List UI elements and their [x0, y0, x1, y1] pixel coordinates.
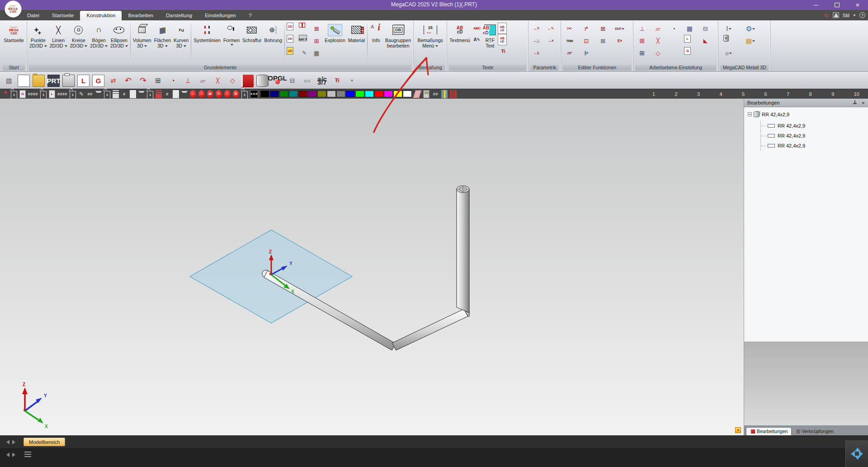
ellipsen-button[interactable]: Ellipsen 2D/3D: [109, 22, 129, 64]
model-canvas[interactable]: Z Y X Z Y X: [0, 99, 744, 435]
pen-icon[interactable]: ✎: [78, 90, 85, 98]
l-page-status-icon[interactable]: L: [49, 90, 55, 98]
tree-item[interactable]: RR 42,4x2,9: [760, 141, 868, 151]
open-folder-icon[interactable]: [33, 75, 45, 87]
color-swatch[interactable]: [355, 91, 364, 97]
lock-icon[interactable]: 1: [70, 91, 76, 99]
delete-double-icon[interactable]: ⊠: [598, 35, 609, 47]
volumen-button[interactable]: Volumen 3D: [132, 22, 153, 64]
lock-icon[interactable]: 1: [40, 91, 47, 99]
baugruppen-bearbeiten-button[interactable]: Baugruppen bearbeiten: [384, 22, 412, 64]
kurven-button[interactable]: Kurven 3D: [172, 22, 190, 64]
undo-icon[interactable]: ↶: [122, 75, 134, 87]
gear-icon[interactable]: ⚙: [745, 23, 756, 34]
paperclip-icon[interactable]: ∪∪: [301, 75, 313, 87]
wall-icon[interactable]: ▤: [745, 35, 756, 47]
tab-startseite[interactable]: Startseite: [46, 11, 80, 20]
color-swatch[interactable]: [384, 91, 393, 97]
copy-move-icon[interactable]: ⊡: [581, 35, 592, 47]
bmp-export-icon[interactable]: BMP: [299, 35, 307, 41]
maximize-button[interactable]: [826, 0, 847, 10]
structure-tree-icon[interactable]: ⊟: [286, 75, 298, 87]
tab-darstellung[interactable]: Darstellung: [160, 11, 198, 20]
screenshot-pencil-icon[interactable]: ✎: [299, 47, 310, 59]
wp-standard-icon[interactable]: ⊥: [637, 23, 647, 34]
caret-down-icon[interactable]: [138, 91, 145, 99]
color-swatch[interactable]: [393, 91, 402, 97]
color-swatch[interactable]: [279, 91, 288, 97]
current-color-swatch[interactable]: ###: [250, 90, 258, 98]
sync-icon[interactable]: [824, 11, 829, 19]
workplane-plane-icon[interactable]: ▱: [197, 75, 209, 87]
caret-down-icon[interactable]: [181, 91, 188, 99]
section-box-icon[interactable]: [299, 23, 305, 28]
line-type-field[interactable]: #: [164, 90, 170, 98]
workplane-cross-icon[interactable]: ╳: [212, 75, 224, 87]
workplane-list-icon[interactable]: ⊥: [182, 75, 194, 87]
stretch-icon[interactable]: ↱: [581, 23, 592, 34]
l-page-icon[interactable]: L: [77, 75, 90, 87]
rtf-text-button[interactable]: RTF Text: [482, 22, 498, 64]
group-number-field[interactable]: ####: [28, 90, 38, 98]
next-view-icon[interactable]: [12, 452, 18, 458]
opengl-icon[interactable]: OPGL: [271, 75, 283, 87]
tab-einstellungen[interactable]: Einstellungen: [198, 11, 242, 20]
text-pin-icon[interactable]: Ŧi: [498, 45, 509, 57]
edit-menu-icon[interactable]: EDIT: [614, 23, 625, 34]
workplane-up-icon[interactable]: ◇: [226, 75, 239, 87]
bemassungs-menu-button[interactable]: Bemaßungs Menü: [416, 22, 444, 64]
wp-lpage-icon[interactable]: L: [684, 35, 691, 43]
line-type-preview[interactable]: [173, 90, 179, 98]
assembly-book-icon[interactable]: [241, 75, 254, 87]
close-button[interactable]: [847, 0, 868, 10]
megacad-logo[interactable]: △▭○ MEGA CAD: [5, 0, 22, 18]
monitor-icon[interactable]: [423, 90, 429, 98]
wp-gpage-icon[interactable]: G: [684, 47, 691, 55]
textmenu-button[interactable]: Textmenü: [448, 22, 472, 64]
dim-shapes-icon[interactable]: ↔△: [531, 35, 542, 47]
save-prt-icon[interactable]: PRT: [47, 75, 60, 87]
next-sheet-icon[interactable]: [12, 439, 18, 445]
pen-number-field[interactable]: ##: [87, 90, 93, 98]
pin-icon[interactable]: [853, 100, 857, 105]
eraser-icon[interactable]: [413, 90, 422, 98]
startseite-button[interactable]: △▭○MEGACAD Startseite: [2, 22, 25, 64]
lock-icon[interactable]: 1: [241, 91, 248, 99]
line-width-icon[interactable]: [113, 90, 119, 98]
line-width-field[interactable]: #: [121, 90, 127, 98]
g-page-icon[interactable]: G: [92, 75, 104, 87]
text-style-2-icon[interactable]: [498, 34, 507, 45]
line-columns-icon[interactable]: [450, 90, 457, 98]
delete-e-icon[interactable]: E×: [614, 35, 625, 47]
color-swatch[interactable]: [336, 91, 345, 97]
line-width-preview[interactable]: [130, 90, 136, 98]
wp-cone-icon[interactable]: ◣: [700, 35, 711, 47]
tab-help[interactable]: ?: [242, 11, 258, 20]
caret-down-icon[interactable]: [95, 91, 102, 99]
tree-item[interactable]: RR 42,4x2,9: [760, 121, 868, 131]
punkte-button[interactable]: Punkte 2D/3D: [28, 22, 48, 64]
user-account-icon[interactable]: [833, 12, 839, 18]
cylinder-icon[interactable]: [256, 75, 269, 87]
tab-bearbeitungen[interactable]: Bearbeitungen: [746, 427, 792, 435]
hide-elements-icon[interactable]: ⊠: [311, 23, 322, 34]
chevron-down-icon[interactable]: [853, 14, 856, 18]
trim-icon[interactable]: TRIM: [564, 35, 575, 47]
hatch-field[interactable]: ##: [432, 90, 439, 98]
tab-datei[interactable]: Datei: [21, 11, 46, 20]
tree-root[interactable]: RR 42,4x2,9: [748, 111, 868, 118]
linien-button[interactable]: Linien 2D/3D: [48, 22, 69, 64]
wp-tree-icon[interactable]: ⊟: [700, 23, 711, 34]
color-swatch[interactable]: [374, 91, 383, 97]
swap-pages-icon[interactable]: ⇄: [107, 75, 119, 87]
delete-cross-icon[interactable]: ⊠: [598, 23, 609, 34]
wp-plane-icon[interactable]: ▱: [652, 23, 663, 34]
copy-2d-icon[interactable]: 2D: [287, 23, 293, 30]
color-swatch[interactable]: [317, 91, 326, 97]
wp-diamond-icon[interactable]: ◇: [652, 47, 663, 59]
toolbar-more-icon[interactable]: ▾: [346, 75, 358, 87]
dim-edit-icon[interactable]: ↔✎: [545, 23, 556, 34]
prev-sheet-icon[interactable]: [4, 439, 10, 445]
redo-icon[interactable]: ↷: [137, 75, 149, 87]
bohrung-button[interactable]: Bohrung: [263, 22, 283, 64]
